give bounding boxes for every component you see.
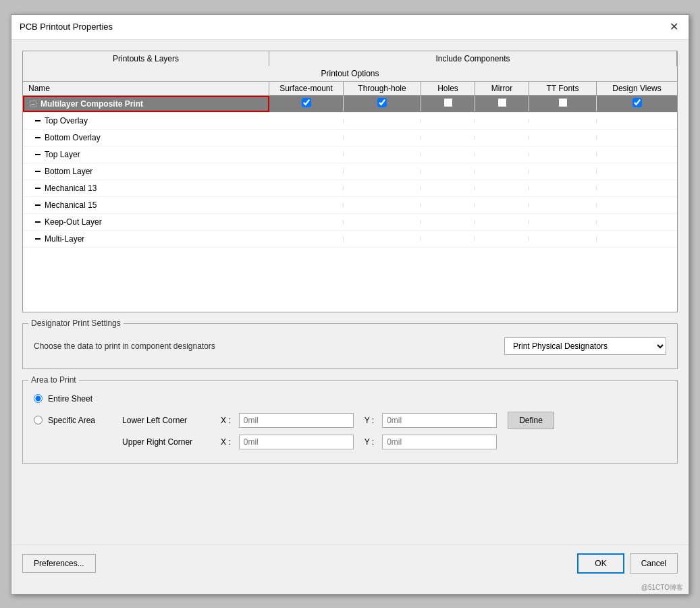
through-hole-checkbox-0[interactable]: [377, 98, 387, 107]
row-label-mechanical-13: Mechanical 13: [45, 184, 97, 193]
surface-mount-check-0[interactable]: [269, 96, 344, 111]
dash-icon: [35, 171, 41, 172]
upper-right-x-input[interactable]: [239, 435, 354, 449]
table-row[interactable]: Mechanical 15: [23, 197, 677, 214]
sm-2: [269, 136, 344, 140]
entire-sheet-radio[interactable]: [34, 394, 43, 403]
row-name-bottom-layer: Bottom Layer: [23, 163, 269, 179]
table-row[interactable]: − Multilayer Composite Print: [23, 96, 677, 113]
holes-check-0[interactable]: [421, 96, 475, 111]
surface-mount-checkbox-0[interactable]: [302, 98, 311, 107]
sm-4: [269, 169, 344, 173]
table-row[interactable]: Top Overlay: [23, 113, 677, 130]
tf-2: [529, 136, 597, 140]
row-label-keep-out: Keep-Out Layer: [45, 217, 102, 227]
table-row[interactable]: Bottom Layer: [23, 163, 677, 180]
m-3: [475, 153, 529, 157]
lower-left-row: Lower Left Corner X : Y : Define: [122, 412, 554, 429]
designator-row: Choose the data to print in component de…: [34, 332, 666, 360]
row-label-multilayer: Multilayer Composite Print: [41, 99, 143, 109]
th-5: [344, 186, 421, 190]
header-printouts: Printouts & Layers: [23, 51, 269, 66]
pcb-printout-dialog: PCB Printout Properties ✕ Printouts & La…: [11, 14, 689, 595]
dash-icon: [35, 204, 41, 206]
m-1: [475, 119, 529, 123]
row-name-bottom-overlay: Bottom Overlay: [23, 130, 269, 146]
lower-left-y-label: Y :: [365, 416, 374, 425]
tt-fonts-check-0[interactable]: [529, 96, 597, 111]
tf-1: [529, 119, 597, 123]
mirror-check-0[interactable]: [475, 96, 529, 111]
h-1: [421, 119, 475, 123]
preferences-button[interactable]: Preferences...: [22, 554, 96, 573]
dv-8: [597, 237, 677, 241]
mirror-checkbox-0[interactable]: [497, 98, 507, 107]
lower-left-x-input[interactable]: [239, 413, 354, 428]
th-4: [344, 169, 421, 173]
sm-1: [269, 119, 344, 123]
dv-3: [597, 153, 677, 157]
dash-icon: [35, 188, 41, 189]
area-section-label: Area to Print: [28, 375, 79, 385]
tt-fonts-checkbox-0[interactable]: [558, 98, 568, 107]
sm-3: [269, 153, 344, 157]
row-label-bottom-layer: Bottom Layer: [45, 167, 92, 176]
close-button[interactable]: ✕: [667, 20, 680, 34]
dash-icon: [35, 221, 41, 223]
footer-right-buttons: OK Cancel: [577, 553, 678, 574]
col-design-views: Design Views: [597, 82, 677, 95]
col-holes: Holes: [421, 82, 475, 95]
lower-left-y-input[interactable]: [382, 413, 497, 428]
tf-8: [529, 237, 597, 241]
col-through-hole: Through-hole: [344, 82, 421, 95]
row-name-mechanical-13: Mechanical 13: [23, 180, 269, 196]
dialog-body: Printouts & Layers Include Components Pr…: [11, 40, 689, 545]
dash-icon: [35, 137, 41, 138]
dialog-title: PCB Printout Properties: [20, 22, 113, 32]
upper-right-x-label: X :: [221, 437, 231, 447]
h-6: [421, 203, 475, 207]
th-8: [344, 237, 421, 241]
table-row[interactable]: Bottom Overlay: [23, 130, 677, 146]
row-label-multi-layer: Multi-Layer: [45, 234, 84, 244]
dv-4: [597, 169, 677, 173]
specific-area-label[interactable]: Specific Area: [48, 416, 95, 425]
table-row[interactable]: Top Layer: [23, 146, 677, 163]
specific-area-radio[interactable]: [34, 416, 43, 424]
expand-icon[interactable]: −: [30, 101, 36, 107]
upper-right-label: Upper Right Corner: [122, 437, 210, 447]
m-5: [475, 186, 529, 190]
table-row[interactable]: Keep-Out Layer: [23, 214, 677, 231]
upper-right-y-label: Y :: [365, 437, 374, 447]
upper-right-y-input[interactable]: [382, 435, 497, 449]
h-4: [421, 169, 475, 173]
design-views-checkbox-0[interactable]: [632, 98, 642, 107]
lower-left-x-label: X :: [221, 416, 231, 425]
cancel-button[interactable]: Cancel: [630, 553, 678, 574]
entire-sheet-label[interactable]: Entire Sheet: [48, 394, 92, 404]
holes-checkbox-0[interactable]: [443, 98, 453, 107]
sm-5: [269, 186, 344, 190]
h-7: [421, 220, 475, 224]
ok-button[interactable]: OK: [577, 553, 624, 574]
th-2: [344, 136, 421, 140]
design-views-check-0[interactable]: [597, 96, 677, 111]
th-3: [344, 153, 421, 157]
row-label-top-layer: Top Layer: [45, 150, 80, 159]
th-1: [344, 119, 421, 123]
dv-5: [597, 186, 677, 190]
table-row[interactable]: Mechanical 13: [23, 180, 677, 197]
through-hole-check-0[interactable]: [344, 96, 421, 111]
define-button[interactable]: Define: [508, 412, 554, 429]
designator-description: Choose the data to print in component de…: [34, 341, 215, 351]
dash-icon: [35, 238, 41, 240]
designator-select[interactable]: Print Physical Designators Print Logical…: [504, 337, 666, 355]
dv-6: [597, 203, 677, 207]
sm-8: [269, 237, 344, 241]
designator-print-settings: Designator Print Settings Choose the dat…: [22, 323, 678, 369]
row-label-bottom-overlay: Bottom Overlay: [45, 133, 101, 142]
area-content: Entire Sheet Specific Area Lower Left Co…: [34, 389, 666, 455]
lower-left-label: Lower Left Corner: [122, 416, 210, 425]
table-row[interactable]: Multi-Layer: [23, 231, 677, 248]
m-7: [475, 220, 529, 224]
